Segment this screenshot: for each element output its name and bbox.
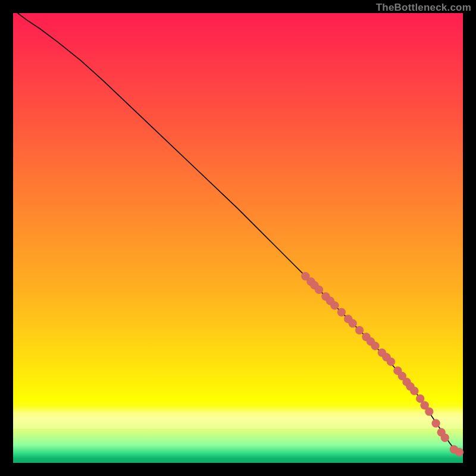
chart-point — [425, 408, 433, 416]
chart-point — [432, 419, 440, 428]
chart-point — [355, 326, 364, 334]
chart-point — [315, 286, 323, 294]
chart-point — [349, 320, 357, 328]
chart-point — [441, 434, 449, 442]
chart-point — [387, 358, 395, 366]
chart-point — [371, 342, 380, 350]
watermark-text: TheBottleneck.com — [376, 2, 471, 14]
chart-point — [337, 308, 346, 317]
chart-svg — [13, 13, 463, 463]
chart-point — [455, 448, 464, 456]
chart-scatter — [301, 272, 464, 456]
chart-point — [331, 301, 339, 309]
chart-point — [410, 387, 418, 395]
chart-curve — [18, 13, 461, 453]
